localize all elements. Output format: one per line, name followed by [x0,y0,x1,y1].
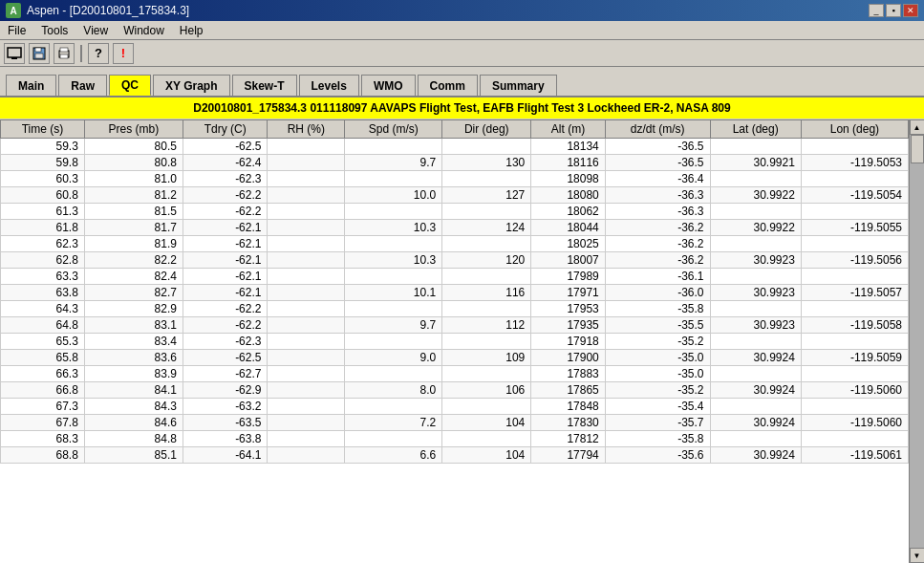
tab-raw[interactable]: Raw [58,75,107,96]
cell-18-7: -35.8 [605,431,710,447]
column-header-8: Lat (deg) [710,120,801,139]
cell-16-7: -35.4 [605,399,710,415]
menu-view[interactable]: View [79,24,112,37]
table-row: 60.881.2-62.210.012718080-36.330.9922-11… [1,187,909,204]
table-row: 65.383.4-62.317918-35.2 [1,334,909,350]
flight-header: D20010801_175834.3 011118097 AAVAPS Flig… [0,97,924,119]
cell-2-3 [268,171,345,187]
cell-6-4 [345,236,442,252]
menu-file[interactable]: File [4,24,30,37]
cell-5-1: 81.7 [84,220,183,236]
scroll-down-button[interactable]: ▼ [910,548,925,563]
cell-2-1: 81.0 [84,171,183,187]
tab-wmo[interactable]: WMO [361,75,416,96]
cell-5-2: -62.1 [183,220,268,236]
cell-4-5 [442,204,531,220]
menu-tools[interactable]: Tools [37,24,72,37]
cell-3-7: -36.3 [605,187,710,204]
close-button[interactable]: ✕ [903,4,918,17]
cell-7-0: 62.8 [1,252,85,269]
scroll-up-button[interactable]: ▲ [910,119,925,135]
cell-3-6: 18080 [531,187,606,204]
cell-4-8 [710,204,801,220]
menu-window[interactable]: Window [119,24,168,37]
cell-14-3 [268,366,345,382]
cell-8-7: -36.1 [605,269,710,285]
cell-1-9: -119.5053 [801,155,908,171]
tab-xygraph[interactable]: XY Graph [153,75,229,96]
table-row: 62.882.2-62.110.312018007-36.230.9923-11… [1,252,909,269]
tab-main[interactable]: Main [6,75,56,96]
cell-14-2: -62.7 [183,366,268,382]
cell-2-9 [801,171,908,187]
column-header-6: Alt (m) [531,120,606,139]
cell-3-4: 10.0 [345,187,442,204]
cell-0-6: 18134 [531,139,606,155]
cell-10-2: -62.2 [183,301,268,317]
menu-bar: File Tools View Window Help [0,21,924,40]
cell-17-1: 84.6 [84,415,183,431]
cell-12-5 [442,334,531,350]
toolbar-help-btn[interactable]: ? [88,43,109,64]
cell-10-5 [442,301,531,317]
cell-3-5: 127 [442,187,531,204]
cell-1-5: 130 [442,155,531,171]
cell-14-9 [801,366,908,382]
scroll-thumb[interactable] [911,135,924,163]
menu-help[interactable]: Help [176,24,207,37]
cell-3-9: -119.5054 [801,187,908,204]
cell-11-8: 30.9923 [710,317,801,334]
cell-5-7: -36.2 [605,220,710,236]
cell-16-1: 84.3 [84,399,183,415]
cell-9-6: 17971 [531,285,606,301]
table-row: 65.883.6-62.59.010917900-35.030.9924-119… [1,350,909,366]
cell-5-5: 124 [442,220,531,236]
cell-9-4: 10.1 [345,285,442,301]
cell-11-7: -35.5 [605,317,710,334]
table-row: 66.884.1-62.98.010617865-35.230.9924-119… [1,382,909,399]
toolbar-print-btn[interactable] [54,43,75,64]
cell-11-4: 9.7 [345,317,442,334]
minimize-button[interactable]: _ [869,4,884,17]
cell-18-1: 84.8 [84,431,183,447]
tab-levels[interactable]: Levels [299,75,359,96]
cell-14-5 [442,366,531,382]
cell-10-3 [268,301,345,317]
toolbar-screen-btn[interactable] [4,43,25,64]
tab-skewt[interactable]: Skew-T [232,75,297,96]
cell-14-4 [345,366,442,382]
cell-12-3 [268,334,345,350]
cell-8-8 [710,269,801,285]
restore-button[interactable]: ▪ [886,4,901,17]
tab-summary[interactable]: Summary [480,75,557,96]
column-header-2: Tdry (C) [183,120,268,139]
table-row: 63.382.4-62.117989-36.1 [1,269,909,285]
svg-rect-0 [8,48,21,57]
vertical-scrollbar[interactable]: ▲ ▼ [909,119,924,563]
cell-9-2: -62.1 [183,285,268,301]
cell-12-6: 17918 [531,334,606,350]
table-row: 68.885.1-64.16.610417794-35.630.9924-119… [1,447,909,464]
tab-comm[interactable]: Comm [418,75,478,96]
toolbar-alert-btn[interactable]: ! [113,43,134,64]
tab-qc[interactable]: QC [109,75,151,96]
table-row: 68.384.8-63.817812-35.8 [1,431,909,447]
cell-19-2: -64.1 [183,447,268,464]
cell-1-3 [268,155,345,171]
cell-0-4 [345,139,442,155]
cell-1-2: -62.4 [183,155,268,171]
cell-6-9 [801,236,908,252]
toolbar-save-btn[interactable] [29,43,50,64]
cell-12-9 [801,334,908,350]
table-row: 64.382.9-62.217953-35.8 [1,301,909,317]
cell-14-6: 17883 [531,366,606,382]
cell-6-8 [710,236,801,252]
title-bar: A Aspen - [D20010801_175834.3] _ ▪ ✕ [0,0,924,21]
cell-14-0: 66.3 [1,366,85,382]
cell-5-0: 61.8 [1,220,85,236]
table-row: 59.380.5-62.518134-36.5 [1,139,909,155]
cell-18-2: -63.8 [183,431,268,447]
cell-7-5: 120 [442,252,531,269]
cell-10-1: 82.9 [84,301,183,317]
cell-18-9 [801,431,908,447]
